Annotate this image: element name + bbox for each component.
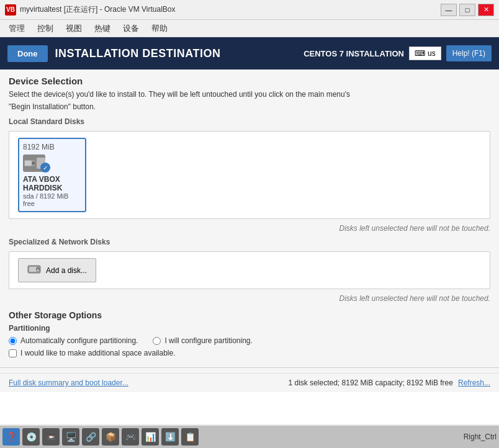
auto-partition-label: Automatically configure partitioning. [20,336,138,345]
make-space-label: I would like to make additional space av… [20,349,175,357]
footer-status: 1 disk selected; 8192 MiB capacity; 8192… [288,379,490,387]
keyboard-value: us [428,49,436,58]
menu-manage[interactable]: 管理 [2,20,31,37]
footer: Full disk summary and boot loader... 1 d… [0,373,499,392]
disk-icon-area: ✓ [23,154,50,172]
right-ctrl-label: Right_Ctrl [464,432,497,441]
partitioning-radio-group: Automatically configure partitioning. I … [9,336,490,345]
device-selection-desc1: Select the device(s) you'd like to insta… [0,90,499,102]
main-window: Done INSTALLATION DESTINATION CENTOS 7 I… [0,37,499,424]
device-selection-desc2: "Begin Installation" button. [0,102,499,115]
check-badge: ✓ [40,163,50,172]
add-disk-icon: + [27,264,41,277]
manual-partition-radio[interactable] [153,337,161,345]
keyboard-icon: ⌨ [415,49,425,58]
add-disk-label: Add a disk... [46,266,87,275]
taskbar-icon-1[interactable]: ❓ [2,428,20,446]
taskbar-icon-9[interactable]: ⬇️ [161,428,179,446]
disk-name: ATA VBOX HARDDISK [23,175,81,192]
make-space-option[interactable]: I would like to make additional space av… [9,349,490,357]
header-left: Done INSTALLATION DESTINATION [7,45,220,62]
svg-rect-5 [29,267,37,272]
manual-partition-option[interactable]: I will configure partitioning. [153,336,252,345]
taskbar-icon-2[interactable]: 💿 [22,428,40,446]
storage-options: Other Storage Options Partitioning Autom… [0,305,499,362]
svg-point-3 [33,163,34,164]
title-bar-controls: — □ ✕ [441,4,494,16]
taskbar-icon-10[interactable]: 📋 [181,428,199,446]
disk-size: 8192 MiB [23,143,55,151]
disk-detail: sda / 8192 MiB free [23,192,81,207]
keyboard-indicator[interactable]: ⌨ us [409,47,441,60]
app-icon: VB [5,4,16,16]
taskbar-icon-6[interactable]: 📦 [102,428,119,446]
maximize-button[interactable]: □ [459,4,475,16]
done-button[interactable]: Done [7,45,48,62]
taskbar-icon-7[interactable]: 🎮 [122,428,139,446]
help-button[interactable]: Help! (F1) [446,45,492,61]
taskbar-icon-8[interactable]: 📊 [142,428,159,446]
title-bar: VB myvirtualtest [正在运行] - Oracle VM Virt… [0,0,499,20]
minimize-button[interactable]: — [441,4,457,16]
local-disks-label: Local Standard Disks [0,115,499,128]
auto-partition-option[interactable]: Automatically configure partitioning. [9,336,138,345]
content-area: Device Selection Select the device(s) yo… [0,69,499,392]
local-disks-container: 8192 MiB ✓ ATA VBOX HARDDISK sda / 8192 … [9,131,490,219]
menu-hotkeys[interactable]: 热键 [88,20,117,37]
add-disk-container: + Add a disk... [9,251,490,289]
menu-help[interactable]: 帮助 [145,20,174,37]
page-title: INSTALLATION DESTINATION [55,47,221,60]
make-space-checkbox[interactable] [9,349,17,357]
auto-partition-radio[interactable] [9,337,17,345]
manual-partition-label: I will configure partitioning. [164,336,252,345]
svg-rect-1 [25,161,32,166]
centos-label: CENTOS 7 INSTALLATION [303,49,404,58]
taskbar-icon-3[interactable]: 📼 [42,428,60,446]
footer-divider [0,367,499,368]
taskbar-icon-4[interactable]: 🖥️ [62,428,79,446]
refresh-link[interactable]: Refresh... [458,379,490,387]
disk-status-text: 1 disk selected; 8192 MiB capacity; 8192… [288,379,452,387]
partitioning-label: Partitioning [9,324,490,333]
title-bar-text: myvirtualtest [正在运行] - Oracle VM Virtual… [20,4,441,15]
specialized-disks-label: Specialized & Network Disks [0,235,499,249]
taskbar-right: Right_Ctrl [464,432,497,441]
taskbar-icon-5[interactable]: 🔗 [82,428,99,446]
header-right: CENTOS 7 INSTALLATION ⌨ us Help! (F1) [303,45,492,61]
add-disk-button[interactable]: + Add a disk... [18,258,96,282]
unselected-msg-2: Disks left unselected here will not be t… [0,292,499,305]
storage-options-title: Other Storage Options [9,310,490,320]
taskbar: ❓ 💿 📼 🖥️ 🔗 📦 🎮 📊 ⬇️ 📋 Right_Ctrl [0,424,499,448]
installation-header: Done INSTALLATION DESTINATION CENTOS 7 I… [0,37,499,69]
svg-text:+: + [37,268,39,272]
device-selection-title: Device Selection [0,69,499,90]
menu-bar: 管理 控制 视图 热键 设备 帮助 [0,20,499,37]
close-button[interactable]: ✕ [478,4,494,16]
unselected-msg-1: Disks left unselected here will not be t… [0,222,499,235]
disk-item[interactable]: 8192 MiB ✓ ATA VBOX HARDDISK sda / 8192 … [18,138,86,212]
menu-control[interactable]: 控制 [31,20,60,37]
full-disk-summary-link[interactable]: Full disk summary and boot loader... [9,379,128,387]
menu-view[interactable]: 视图 [60,20,88,37]
menu-devices[interactable]: 设备 [117,20,145,37]
